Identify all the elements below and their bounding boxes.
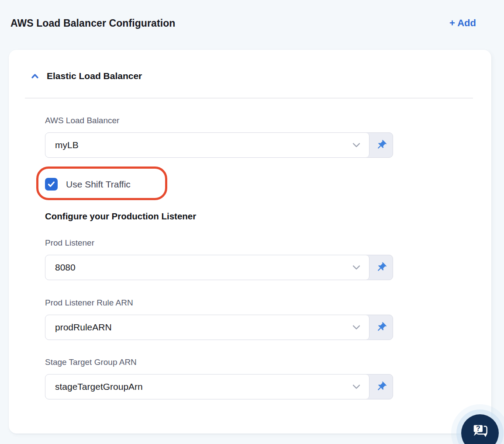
select-value: prodRuleARN <box>55 322 112 333</box>
field-stage-target-group-arn: Stage Target Group ARN stageTargetGroupA… <box>45 357 393 399</box>
field-label: Stage Target Group ARN <box>45 357 393 367</box>
pushpin-icon <box>376 139 387 151</box>
use-shift-traffic-checkbox[interactable] <box>45 178 58 191</box>
svg-text:?: ? <box>476 425 480 432</box>
use-shift-traffic-row[interactable]: Use Shift Traffic <box>45 178 131 191</box>
page-title: AWS Load Balancer Configuration <box>10 17 176 29</box>
add-button[interactable]: + Add <box>449 17 476 29</box>
chevron-down-icon <box>352 142 360 148</box>
chevron-up-icon[interactable] <box>30 71 40 81</box>
stage-target-group-arn-select[interactable]: stageTargetGroupArn <box>45 375 369 399</box>
page-header: AWS Load Balancer Configuration + Add <box>0 0 504 29</box>
prod-listener-rule-arn-select[interactable]: prodRuleARN <box>45 315 369 340</box>
prod-listener-rule-arn-select-group: prodRuleARN <box>45 315 393 340</box>
select-value: stageTargetGroupArn <box>55 382 143 392</box>
pushpin-icon <box>376 381 387 392</box>
pushpin-icon <box>376 322 387 333</box>
field-aws-load-balancer: AWS Load Balancer myLB <box>45 116 393 158</box>
pin-runtime-input-button[interactable] <box>369 315 393 340</box>
chat-question-icon: ? <box>470 421 490 441</box>
prod-listener-select[interactable]: 8080 <box>45 255 369 280</box>
select-value: 8080 <box>55 262 76 273</box>
chevron-down-icon <box>352 265 360 270</box>
field-label: Prod Listener <box>45 238 393 248</box>
section-title: Elastic Load Balancer <box>47 71 142 81</box>
chevron-down-icon <box>352 325 360 330</box>
field-prod-listener: Prod Listener 8080 <box>45 238 393 280</box>
field-label: Prod Listener Rule ARN <box>45 298 393 308</box>
pin-runtime-input-button[interactable] <box>369 375 393 399</box>
stage-target-group-arn-select-group: stageTargetGroupArn <box>45 374 393 399</box>
aws-load-balancer-select-group: myLB <box>45 132 393 158</box>
pin-runtime-input-button[interactable] <box>369 133 393 157</box>
use-shift-traffic-label: Use Shift Traffic <box>66 179 131 190</box>
prod-listener-select-group: 8080 <box>45 255 393 280</box>
checkmark-icon <box>47 180 55 188</box>
pushpin-icon <box>376 262 387 273</box>
section-header-elastic-load-balancer[interactable]: Elastic Load Balancer <box>9 50 491 81</box>
elb-form: AWS Load Balancer myLB <box>9 98 393 399</box>
production-listener-heading: Configure your Production Listener <box>45 211 393 222</box>
load-balancer-config-card: Elastic Load Balancer AWS Load Balancer … <box>9 50 491 434</box>
field-prod-listener-rule-arn: Prod Listener Rule ARN prodRuleARN <box>45 298 393 340</box>
aws-load-balancer-select[interactable]: myLB <box>45 133 369 157</box>
field-label: AWS Load Balancer <box>45 116 393 125</box>
pin-runtime-input-button[interactable] <box>369 255 393 280</box>
chevron-down-icon <box>352 384 360 389</box>
select-value: myLB <box>55 140 79 150</box>
